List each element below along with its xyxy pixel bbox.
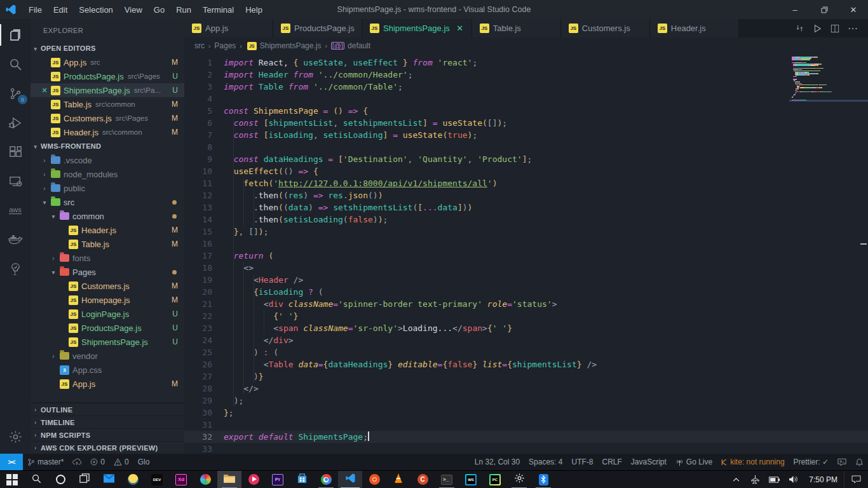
code-line-11[interactable]: 11 fetch('http://127.0.0.1:8000/api/v1/s…	[184, 177, 868, 189]
taskbar-settings-icon[interactable]	[507, 471, 531, 488]
code-line-23[interactable]: 23 <span className='sr-only'>Loading...<…	[184, 322, 868, 334]
status-language[interactable]: JavaScript	[627, 454, 671, 470]
close-icon[interactable]: ✕	[455, 24, 465, 33]
code-line-27[interactable]: 27 )}	[184, 370, 868, 383]
menu-go[interactable]: Go	[148, 0, 170, 19]
status-cursor-position[interactable]: Ln 32, Col 30	[470, 454, 524, 470]
taskbar-premiere-icon[interactable]: Pr	[266, 471, 290, 488]
close-button[interactable]: ✕	[839, 0, 868, 19]
project-root-header[interactable]: ▾ WMS-FRONTEND	[31, 139, 184, 153]
code-line-31[interactable]: 31	[184, 419, 868, 431]
open-editor-item[interactable]: JSCustomers.jssrc\PagesM	[31, 111, 184, 125]
status-notifications[interactable]	[851, 454, 868, 470]
taskbar-vscode-icon[interactable]	[338, 471, 362, 488]
taskbar-terminal-icon[interactable]: >_	[435, 471, 459, 488]
taskbar-c-app-icon[interactable]: C	[410, 471, 435, 488]
code-line-30[interactable]: 30};	[184, 407, 868, 419]
tree-file-app-js[interactable]: JSApp.jsM	[31, 377, 184, 390]
status-sync[interactable]	[68, 454, 86, 470]
taskbar-chrome-icon[interactable]	[314, 471, 338, 488]
taskbar-dev-app-icon[interactable]: DEV	[145, 471, 169, 488]
taskbar-ubuntu-icon[interactable]	[362, 471, 386, 488]
source-control-icon[interactable]: 9	[0, 79, 31, 108]
code-line-8[interactable]: 8	[184, 141, 868, 153]
tree-folder-src[interactable]: ▾src	[31, 195, 184, 209]
tree-folder-common[interactable]: ▾common	[31, 209, 184, 223]
menu-help[interactable]: Help	[240, 0, 268, 19]
code-line-21[interactable]: 21 <div className='spinner-border text-p…	[184, 298, 868, 310]
code-line-16[interactable]: 16	[184, 238, 868, 250]
code-line-5[interactable]: 5const ShipmentsPage = () => {	[184, 105, 868, 117]
status-go-live[interactable]: Go Live	[671, 454, 717, 470]
status-prettier[interactable]: Prettier: ✓	[789, 454, 833, 470]
code-line-20[interactable]: 20 {isLoading ? (	[184, 286, 868, 298]
more-actions-icon[interactable]: ⋯	[844, 19, 862, 37]
section-outline[interactable]: ›OUTLINE	[31, 403, 184, 416]
taskbar-sticker-app-icon[interactable]	[121, 471, 145, 488]
tree-file-app-css[interactable]: 3App.css	[31, 363, 184, 377]
remote-explorer-icon[interactable]	[0, 166, 31, 196]
open-editor-item[interactable]: ✕JSShipmentsPage.jssrc\Pa...U	[31, 83, 184, 97]
aws-icon[interactable]: aws	[0, 196, 31, 225]
run-debug-icon[interactable]	[0, 108, 31, 137]
restore-button[interactable]	[810, 0, 839, 19]
breadcrumb-item[interactable]: src	[194, 41, 205, 50]
action-center-icon[interactable]	[844, 471, 868, 488]
tree-folder-pages[interactable]: ▾Pages	[31, 265, 184, 279]
status-kite[interactable]: kite: not running	[717, 454, 789, 470]
menu-selection[interactable]: Selection	[73, 0, 118, 19]
tree-file-header-js[interactable]: JSHeader.jsM	[31, 223, 184, 237]
menu-view[interactable]: View	[119, 0, 148, 19]
status-glo[interactable]: Glo	[133, 454, 154, 470]
status-remote[interactable]: ><	[0, 454, 23, 470]
taskbar-media-app-icon[interactable]	[241, 471, 266, 488]
code-editor[interactable]: 1import React, { useState, useEffect } f…	[184, 54, 868, 454]
status-branch[interactable]: master*	[23, 454, 68, 470]
tree-folder--vscode[interactable]: ›.vscode	[31, 153, 184, 167]
status-warnings[interactable]: 0	[109, 454, 133, 470]
open-editor-item[interactable]: JSApp.jssrcM	[31, 55, 184, 69]
menu-run[interactable]: Run	[170, 0, 197, 19]
tab-table-js[interactable]: JSTable.js	[472, 19, 561, 37]
menu-edit[interactable]: Edit	[48, 0, 73, 19]
taskbar-start-icon[interactable]	[0, 471, 24, 488]
tree-file-loginpage-js[interactable]: JSLoginPage.jsU	[31, 307, 184, 321]
taskbar-file-explorer-icon[interactable]	[217, 471, 241, 488]
taskbar-pycharm-icon[interactable]: PC	[483, 471, 507, 488]
code-line-14[interactable]: 14 .then(setisLoading(false));	[184, 214, 868, 226]
tree-folder-node_modules[interactable]: ›node_modules	[31, 167, 184, 181]
code-line-3[interactable]: 3import Table from '../common/Table';	[184, 81, 868, 93]
menu-file[interactable]: File	[23, 0, 48, 19]
open-editors-header[interactable]: ▾ OPEN EDITORS	[31, 41, 184, 55]
test-explorer-icon[interactable]	[0, 254, 31, 283]
open-changes-icon[interactable]	[790, 19, 808, 37]
volume-icon[interactable]	[783, 471, 803, 488]
code-line-7[interactable]: 7 const [isLoading, setisLoading] = useS…	[184, 129, 868, 141]
status-errors[interactable]: 0	[86, 454, 109, 470]
split-editor-icon[interactable]	[826, 19, 844, 37]
settings-gear-icon[interactable]	[0, 422, 31, 451]
code-line-26[interactable]: 26 <Table data={dataHeadings} editable={…	[184, 358, 868, 370]
clock[interactable]: 7:50 PM	[803, 475, 844, 484]
code-line-15[interactable]: 15 }, []);	[184, 226, 868, 238]
breadcrumb-symbol[interactable]: default	[348, 41, 370, 50]
tree-file-table-js[interactable]: JSTable.jsM	[31, 237, 184, 251]
search-icon[interactable]	[0, 50, 31, 79]
breadcrumb-item[interactable]: ShipmentsPage.js	[260, 41, 322, 50]
code-line-24[interactable]: 24 </div>	[184, 334, 868, 346]
tab-productspage-js[interactable]: JSProductsPage.js	[273, 19, 362, 37]
tab-customers-js[interactable]: JSCustomers.js	[561, 19, 650, 37]
tree-file-customers-js[interactable]: JSCustomers.jsM	[31, 279, 184, 293]
status-encoding[interactable]: UTF-8	[567, 454, 597, 470]
tree-folder-fonts[interactable]: ›fonts	[31, 251, 184, 265]
menu-terminal[interactable]: Terminal	[197, 0, 240, 19]
taskbar-task-view-icon[interactable]	[72, 471, 97, 488]
code-line-13[interactable]: 13 .then((data) => setshipmentsList([...…	[184, 201, 868, 214]
status-feedback[interactable]	[833, 454, 851, 470]
code-line-19[interactable]: 19 <Header />	[184, 274, 868, 286]
breadcrumb-item[interactable]: Pages	[214, 41, 236, 50]
status-eol[interactable]: CRLF	[597, 454, 626, 470]
run-icon[interactable]	[808, 19, 826, 37]
code-line-22[interactable]: 22 {' '}	[184, 310, 868, 322]
tab-header-js[interactable]: JSHeader.js	[650, 19, 739, 37]
